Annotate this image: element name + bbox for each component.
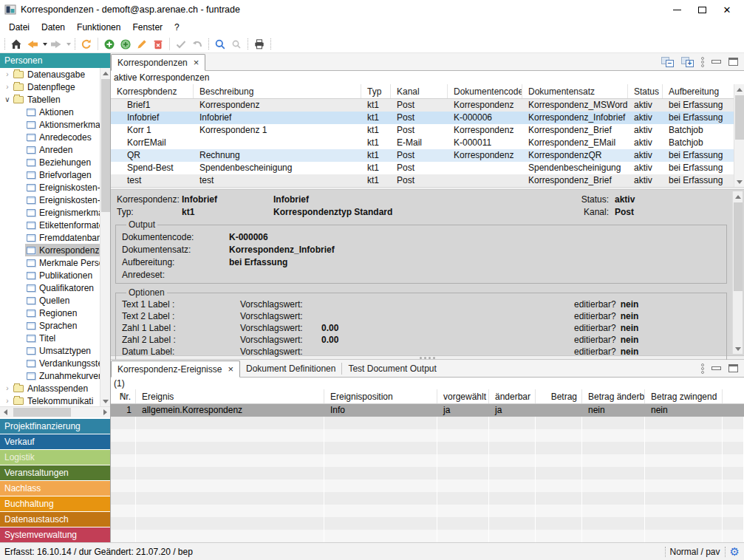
forward-button[interactable] <box>48 37 64 52</box>
collapse-rows-button[interactable]: − <box>661 57 674 67</box>
tab-close-icon[interactable]: × <box>228 364 233 374</box>
column-betrag-aenderbar[interactable]: Betrag änderbar <box>582 389 645 403</box>
scrollbar-thumb[interactable] <box>13 408 71 417</box>
bottom-panel-minimize-button[interactable] <box>711 366 721 370</box>
scroll-right-arrow[interactable] <box>100 407 110 417</box>
module-systemverwaltung[interactable]: Systemverwaltung <box>0 527 110 542</box>
tree-scrollbar[interactable] <box>100 68 110 406</box>
search-button[interactable] <box>212 37 228 52</box>
panel-menu-button[interactable] <box>701 57 704 67</box>
chevron-right-icon[interactable]: › <box>3 397 12 405</box>
home-button[interactable] <box>8 37 24 52</box>
add-special-button[interactable] <box>117 37 134 52</box>
sidebar-item-quellen[interactable]: Quellen <box>0 294 110 307</box>
minimize-button[interactable] <box>664 1 689 18</box>
module-nachlass[interactable]: Nachlass <box>0 481 110 496</box>
table-scrollbar[interactable] <box>734 84 744 187</box>
sidebar-item-korrespondenz[interactable]: Korrespondenz <box>0 244 110 256</box>
sidebar-item-verdankungsstellen[interactable]: Verdankungsstel <box>0 357 110 369</box>
tab-close-icon[interactable]: × <box>194 58 199 67</box>
scrollbar-thumb[interactable] <box>101 79 110 212</box>
sidebar-item-titel[interactable]: Titel <box>0 332 110 344</box>
toolbar-grip[interactable] <box>75 38 75 49</box>
sidebar-item-anreden[interactable]: Anreden <box>0 143 110 156</box>
sidebar-item-tabellen[interactable]: ∨Tabellen <box>0 93 110 106</box>
confirm-button[interactable] <box>173 37 189 52</box>
module-datenaustausch[interactable]: Datenaustausch <box>0 512 110 527</box>
table-row[interactable]: Brief1Korrespondenzkt1PostKorrespondenzK… <box>111 99 744 112</box>
maximize-button[interactable] <box>689 1 714 18</box>
search-secondary-button[interactable] <box>228 37 245 52</box>
scroll-down-arrow[interactable] <box>100 396 110 406</box>
menu-datei[interactable]: Datei <box>3 21 35 34</box>
table-row-selected[interactable]: 1 allgemein.Korrespondenz Info ja ja nei… <box>111 404 744 417</box>
toolbar-grip[interactable] <box>270 38 271 49</box>
sidebar-item-aktionen[interactable]: Aktionen <box>0 106 110 118</box>
sidebar-item-fremddatenbank[interactable]: Fremddatenbank <box>0 231 110 244</box>
menu-funktionen[interactable]: Funktionen <box>71 21 126 34</box>
back-button[interactable] <box>24 37 41 52</box>
sidebar-item-umsatztypen[interactable]: Umsatztypen <box>0 344 110 357</box>
toolbar-grip[interactable] <box>208 38 209 49</box>
chevron-right-icon[interactable]: › <box>3 385 12 392</box>
column-dokumentensatz[interactable]: Dokumentensatz <box>522 84 628 98</box>
sidebar-item-regionen[interactable]: Regionen <box>0 307 110 319</box>
sidebar-item-aktionsmerkmale[interactable]: Aktionsmerkmale <box>0 118 110 131</box>
panel-minimize-button[interactable] <box>711 60 721 64</box>
column-status[interactable]: Status <box>628 84 663 98</box>
column-korrespondenz[interactable]: ∧Korrespondenz <box>111 84 194 98</box>
sidebar-item-ereigniskosten-e[interactable]: Ereigniskosten-E <box>0 181 110 194</box>
sidebar-item-qualifikatoren[interactable]: Qualifikatoren <box>0 281 110 294</box>
delete-button[interactable] <box>150 37 166 52</box>
close-button[interactable]: ✕ <box>714 1 740 18</box>
column-aufbereitung[interactable]: Aufbereitung <box>663 84 734 98</box>
tab-korrespondenzen[interactable]: Korrespondenzen × <box>111 54 205 71</box>
scroll-up-arrow[interactable] <box>100 68 110 78</box>
sidebar-item-datenausgabe[interactable]: ›Datenausgabe <box>0 68 110 81</box>
expand-rows-button[interactable]: + <box>681 57 694 67</box>
sidebar-item-ereigniskosten-s[interactable]: Ereigniskosten-S <box>0 194 110 206</box>
bottom-panel-maximize-button[interactable] <box>728 364 738 372</box>
gear-icon[interactable]: ⚙ <box>730 546 740 557</box>
column-aenderbar[interactable]: änderbar <box>489 389 536 403</box>
sidebar-item-merkmale-person[interactable]: Merkmale Person <box>0 256 110 269</box>
column-betrag[interactable]: Betrag <box>536 389 582 403</box>
table-row[interactable]: QRRechnungkt1PostKorrespondenzKorrespond… <box>111 149 744 162</box>
toolbar-grip[interactable] <box>4 38 5 49</box>
toolbar-grip[interactable] <box>248 38 248 49</box>
panel-maximize-button[interactable] <box>728 58 738 66</box>
menu-daten[interactable]: Daten <box>35 21 71 34</box>
column-kanal[interactable]: Kanal <box>391 84 448 98</box>
sidebar-item-sprachen[interactable]: Sprachen <box>0 319 110 332</box>
sidebar-item-anlassspenden[interactable]: ›Anlassspenden <box>0 382 110 395</box>
scroll-down-arrow[interactable] <box>733 344 743 354</box>
chevron-right-icon[interactable]: › <box>3 83 12 91</box>
tab-dokument-definitionen[interactable]: Dokument Definitionen <box>240 360 341 377</box>
sidebar-item-zunahmekurven[interactable]: Zunahmekurven <box>0 369 110 382</box>
back-dropdown[interactable] <box>41 37 48 52</box>
scrollbar-thumb[interactable] <box>734 202 743 291</box>
sidebar-item-etikettenformate[interactable]: Etikettenformate <box>0 219 110 231</box>
sidebar-item-ereignismerkmale[interactable]: Ereignismerkmale <box>0 206 110 219</box>
edit-button[interactable] <box>134 37 150 52</box>
scrollbar-thumb[interactable] <box>735 95 744 140</box>
table-row[interactable]: testtestkt1PostKorrespondenz_Briefaktivb… <box>111 174 744 187</box>
module-projektfinanzierung[interactable]: Projektfinanzierung <box>0 419 110 434</box>
menu-help[interactable]: ? <box>168 21 185 34</box>
refresh-button[interactable] <box>78 37 95 52</box>
table-row[interactable]: KorrEMailkt1E-MailK-000011Korrespondenz_… <box>111 137 744 149</box>
scroll-left-arrow[interactable] <box>0 407 10 417</box>
scroll-up-arrow[interactable] <box>733 191 743 202</box>
scroll-up-arrow[interactable] <box>734 84 744 95</box>
detail-scrollbar[interactable] <box>732 191 743 354</box>
column-nr[interactable]: ∧Nr. <box>111 389 136 403</box>
sidebar-item-telekommunikation[interactable]: ›Telekommunikati <box>0 395 110 406</box>
undo-button[interactable] <box>189 37 205 52</box>
module-logistik[interactable]: Logistik <box>0 450 110 465</box>
sidebar-item-anredecodes[interactable]: Anredecodes <box>0 131 110 143</box>
tab-test-document-output[interactable]: Test Document Output <box>342 360 442 377</box>
tree-hscrollbar[interactable] <box>0 406 110 417</box>
sidebar-item-beziehungen[interactable]: Beziehungen <box>0 156 110 168</box>
column-ereignis[interactable]: Ereignis <box>136 389 324 403</box>
bottom-panel-menu-button[interactable] <box>701 363 704 374</box>
